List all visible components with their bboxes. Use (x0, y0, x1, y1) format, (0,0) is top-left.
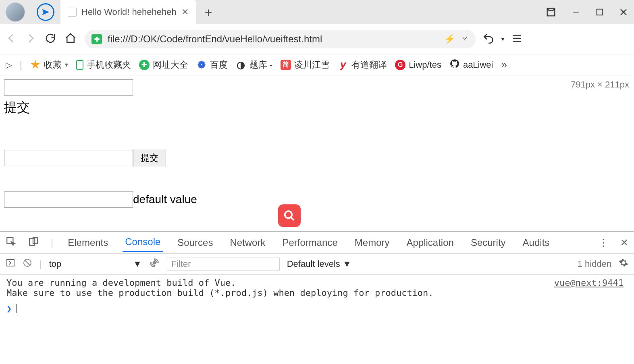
bookmark-baidu[interactable]: ❁ 百度 (196, 59, 228, 71)
forward-button[interactable] (25, 33, 38, 46)
console-toolbar: | top ▼ Filter Default levels ▼ 1 hidden (0, 254, 634, 275)
hidden-messages-label[interactable]: 1 hidden (578, 259, 611, 269)
tab-favicon-icon (68, 8, 77, 17)
bookmark-tiku[interactable]: ◑ 题库 - (236, 59, 272, 71)
console-prompt[interactable]: ❯ (6, 304, 628, 314)
bookmark-label: aaLiwei (463, 60, 493, 70)
tab-application[interactable]: Application (404, 234, 456, 252)
chevron-down-icon: ▼ (133, 259, 142, 269)
tab-performance[interactable]: Performance (280, 234, 340, 252)
bookmark-label: Liwp/tes (409, 60, 441, 70)
github-icon (449, 58, 460, 71)
search-fab-button[interactable] (278, 204, 301, 227)
address-bar: ✚ file:///D:/OK/Code/frontEnd/vueHello/v… (0, 24, 634, 54)
form-block-3: default value (4, 191, 630, 208)
compass-button[interactable] (30, 0, 60, 24)
inspect-element-button[interactable] (6, 236, 16, 249)
url-text: file:///D:/OK/Code/frontEnd/vueHello/vue… (108, 33, 439, 45)
bookmark-wangzhi[interactable]: ✚ 网址大全 (139, 59, 188, 71)
submit-button-2[interactable]: 提交 (133, 149, 166, 167)
sidebar-toggle-button[interactable]: ▷ (6, 60, 12, 70)
tab-elements[interactable]: Elements (65, 234, 110, 252)
svg-point-2 (285, 211, 292, 218)
caret-icon (16, 304, 17, 313)
browser-tab[interactable]: Hello World! heheheheh ✕ (60, 0, 196, 24)
tab-security[interactable]: Security (468, 234, 508, 252)
home-button[interactable] (64, 32, 78, 46)
filter-input[interactable]: Filter (167, 258, 280, 270)
tab-network[interactable]: Network (227, 234, 268, 252)
back-button[interactable] (6, 33, 19, 46)
svg-point-8 (152, 261, 156, 264)
console-source-link[interactable]: vue@next:9441 (554, 278, 624, 288)
console-sidebar-button[interactable] (6, 258, 15, 270)
bookmark-label: 有道翻译 (351, 59, 387, 71)
bookmark-liwp[interactable]: G Liwp/tes (395, 60, 441, 70)
svg-rect-4 (29, 238, 35, 245)
divider: | (20, 60, 22, 70)
shield-icon: ✚ (91, 34, 102, 44)
tab-sources[interactable]: Sources (175, 234, 215, 252)
youdao-icon: y (338, 60, 348, 70)
tab-close-button[interactable]: ✕ (181, 7, 189, 17)
devtools-menu-button[interactable]: ⋮ (599, 237, 608, 248)
profile-avatar-button[interactable] (0, 0, 30, 24)
context-selector[interactable]: top ▼ (49, 259, 142, 269)
tab-console[interactable]: Console (123, 233, 163, 252)
context-value: top (49, 259, 62, 269)
devtools-tab-bar: | Elements Console Sources Network Perfo… (0, 232, 634, 254)
form-block-2: 提交 (4, 149, 630, 167)
clear-console-button[interactable] (23, 258, 32, 270)
star-icon: ★ (30, 60, 41, 70)
hamburger-menu-button[interactable] (511, 32, 523, 46)
baidu-icon: ❁ (196, 60, 207, 70)
bookmark-lingchuan[interactable]: 简 凌川江雪 (281, 59, 330, 71)
console-message-line: Make sure to use the production build (*… (6, 288, 628, 298)
bookmark-label: 题库 - (249, 59, 272, 71)
bookmark-label: 收藏 (44, 59, 62, 71)
bookmark-favorites[interactable]: ★ 收藏 ▾ (30, 59, 68, 71)
phone-icon (76, 60, 83, 70)
console-settings-button[interactable] (619, 258, 628, 270)
bookmark-label: 手机收藏夹 (87, 59, 131, 71)
live-expression-button[interactable] (149, 258, 160, 270)
bookmark-youdao[interactable]: y 有道翻译 (338, 59, 387, 71)
undo-button[interactable] (482, 32, 495, 46)
devtools-close-button[interactable]: ✕ (620, 237, 628, 248)
tab-memory[interactable]: Memory (352, 234, 392, 252)
filter-placeholder: Filter (171, 259, 191, 269)
text-input-3[interactable] (4, 191, 133, 208)
submit-text-1[interactable]: 提交 (4, 99, 630, 116)
prompt-arrow-icon: ❯ (6, 304, 12, 314)
device-toggle-button[interactable] (28, 236, 39, 249)
bookmarks-overflow-button[interactable]: » (501, 58, 507, 71)
undo-dropdown-button[interactable]: ▾ (501, 36, 504, 42)
form-block-1: 提交 (4, 79, 630, 116)
text-input-2[interactable] (4, 150, 133, 166)
text-input-1[interactable] (4, 79, 133, 96)
bookmark-dropdown[interactable]: ▾ (65, 61, 68, 69)
log-levels-selector[interactable]: Default levels ▼ (287, 259, 351, 269)
output-text-3: default value (133, 193, 197, 206)
svg-rect-1 (597, 9, 603, 15)
tab-audits[interactable]: Audits (520, 234, 552, 252)
close-window-button[interactable] (619, 7, 628, 17)
new-tab-button[interactable]: ＋ (196, 0, 220, 24)
maximize-button[interactable] (595, 8, 604, 17)
url-dropdown-button[interactable] (461, 34, 469, 44)
console-message-line: You are running a development build of V… (6, 278, 628, 288)
console-output: vue@next:9441 You are running a developm… (0, 275, 634, 364)
titlebar: Hello World! heheheheh ✕ ＋ (0, 0, 634, 24)
divider: | (51, 237, 53, 248)
bookmark-mobile[interactable]: 手机收藏夹 (76, 59, 131, 71)
reload-button[interactable] (44, 32, 58, 46)
window-controls (545, 0, 628, 24)
url-field[interactable]: ✚ file:///D:/OK/Code/frontEnd/vueHello/v… (85, 30, 476, 48)
tiku-icon: ◑ (236, 60, 246, 70)
minimize-button[interactable] (571, 7, 581, 17)
jian-icon: 简 (281, 60, 291, 70)
wardrobe-icon[interactable] (545, 6, 557, 18)
bookmark-aaliwei[interactable]: aaLiwei (449, 58, 493, 71)
svg-rect-0 (573, 12, 579, 12)
g-icon: G (395, 60, 405, 70)
